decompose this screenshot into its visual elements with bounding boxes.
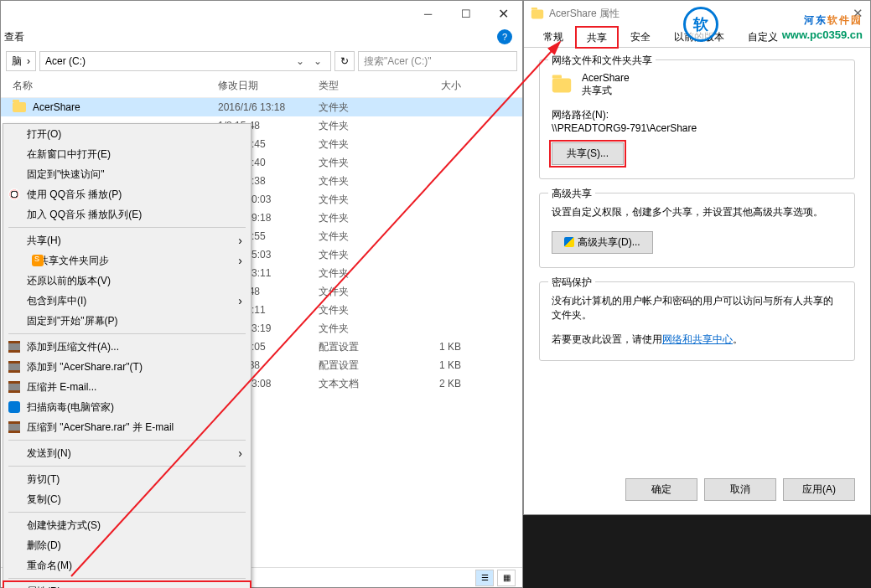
share-name: AcerShare bbox=[582, 72, 630, 84]
ctx-sync[interactable]: 共享文件夹同步 bbox=[3, 250, 251, 271]
tab-security[interactable]: 安全 bbox=[620, 26, 661, 47]
ctx-add-archive[interactable]: 添加到压缩文件(A)... bbox=[3, 337, 251, 357]
winrar-icon bbox=[8, 421, 20, 433]
shield-icon bbox=[564, 237, 574, 247]
watermark-url: www.pc0359.cn bbox=[782, 28, 863, 41]
share-button[interactable]: 共享(S)... bbox=[552, 142, 624, 165]
advanced-share-button[interactable]: 高级共享(D)... bbox=[552, 231, 653, 254]
tencent-icon bbox=[8, 401, 20, 413]
col-date[interactable]: 修改日期 bbox=[218, 79, 319, 93]
column-headers[interactable]: 名称 修改日期 类型 大小 bbox=[1, 75, 522, 98]
group-network-share: 网络文件和文件夹共享 AcerShare 共享式 网络路径(N): \\PREA… bbox=[539, 59, 855, 179]
advanced-share-desc: 设置自定义权限，创建多个共享，并设置其他高级共享选项。 bbox=[552, 205, 842, 219]
watermark: 软 河东软件园 www.pc0359.cn bbox=[782, 5, 863, 41]
folder-icon bbox=[552, 78, 571, 92]
ctx-pin-start[interactable]: 固定到"开始"屏幕(P) bbox=[3, 311, 251, 331]
ctx-prev-versions[interactable]: 还原以前的版本(V) bbox=[3, 271, 251, 291]
ctx-copy[interactable]: 复制(C) bbox=[3, 489, 251, 509]
group-title: 网络文件和文件夹共享 bbox=[548, 54, 656, 68]
group-title: 高级共享 bbox=[548, 187, 595, 201]
ctx-open[interactable]: 打开(O) bbox=[3, 124, 251, 144]
password-desc2: 若要更改此设置，请使用网络和共享中心。 bbox=[552, 333, 842, 347]
ctx-qq-play[interactable]: 使用 QQ音乐 播放(P) bbox=[3, 184, 251, 204]
ctx-include-library[interactable]: 包含到库中(I) bbox=[3, 291, 251, 311]
folder-icon bbox=[531, 10, 543, 19]
ctx-delete[interactable]: 删除(D) bbox=[3, 535, 251, 555]
ctx-compress-named-email[interactable]: 压缩到 "AcerShare.rar" 并 E-mail bbox=[3, 417, 251, 437]
ctx-add-archive-named[interactable]: 添加到 "AcerShare.rar"(T) bbox=[3, 357, 251, 377]
network-path: \\PREADTORG9-791\AcerShare bbox=[552, 122, 842, 134]
ctx-properties[interactable]: 属性(R) bbox=[3, 581, 251, 588]
winrar-icon bbox=[8, 381, 20, 393]
password-desc: 没有此计算机的用户帐户和密码的用户可以访问与所有人共享的文件夹。 bbox=[552, 294, 842, 322]
help-icon[interactable]: ? bbox=[497, 29, 512, 44]
view-tab[interactable]: 查看 bbox=[4, 30, 24, 44]
ctx-scan-virus[interactable]: 扫描病毒(电脑管家) bbox=[3, 397, 251, 417]
col-size[interactable]: 大小 bbox=[411, 79, 461, 93]
file-row-selected[interactable]: AcerShare 2016/1/6 13:18 文件夹 bbox=[1, 98, 522, 116]
titlebar: ─ ☐ ✕ bbox=[1, 1, 522, 26]
share-state: 共享式 bbox=[582, 84, 630, 98]
col-type[interactable]: 类型 bbox=[319, 79, 411, 93]
maximize-button[interactable]: ☐ bbox=[447, 2, 485, 25]
tab-share[interactable]: 共享 bbox=[576, 27, 618, 48]
properties-dialog: AcerShare 属性 ✕ 常规 共享 安全 以前的版本 自定义 网络文件和文… bbox=[523, 0, 871, 515]
ctx-open-new-window[interactable]: 在新窗口中打开(E) bbox=[3, 144, 251, 164]
ribbon-tabs: 查看 ? bbox=[1, 26, 522, 48]
ctx-rename[interactable]: 重命名(M) bbox=[3, 555, 251, 575]
close-button[interactable]: ✕ bbox=[485, 2, 522, 25]
folder-icon bbox=[13, 102, 26, 112]
dialog-footer: 确定 取消 应用(A) bbox=[625, 478, 855, 501]
col-name[interactable]: 名称 bbox=[13, 79, 218, 93]
apply-button[interactable]: 应用(A) bbox=[783, 478, 855, 501]
minimize-button[interactable]: ─ bbox=[409, 2, 447, 25]
qqmusic-icon bbox=[8, 188, 20, 200]
group-password-protect: 密码保护 没有此计算机的用户帐户和密码的用户可以访问与所有人共享的文件夹。 若要… bbox=[539, 281, 855, 361]
group-title: 密码保护 bbox=[548, 276, 595, 290]
ctx-send-to[interactable]: 发送到(N) bbox=[3, 443, 251, 463]
ok-button[interactable]: 确定 bbox=[625, 478, 697, 501]
address-bar: 脑› Acer (C:)⌄ ⌄ ↻ 搜索"Acer (C:)" bbox=[1, 48, 522, 75]
breadcrumb-drive[interactable]: Acer (C:)⌄ ⌄ bbox=[39, 51, 331, 71]
watermark-logo-icon: 软 bbox=[683, 7, 718, 42]
winrar-icon bbox=[8, 341, 20, 353]
cancel-button[interactable]: 取消 bbox=[704, 478, 776, 501]
ctx-pin-quick[interactable]: 固定到"快速访问" bbox=[3, 164, 251, 184]
ctx-compress-email[interactable]: 压缩并 E-mail... bbox=[3, 377, 251, 397]
view-icons-button[interactable]: ▦ bbox=[497, 570, 516, 586]
tab-general[interactable]: 常规 bbox=[532, 26, 574, 47]
breadcrumb-root[interactable]: 脑› bbox=[6, 51, 36, 71]
ctx-share[interactable]: 共享(H) bbox=[3, 230, 251, 250]
ctx-cut[interactable]: 剪切(T) bbox=[3, 469, 251, 489]
group-advanced-share: 高级共享 设置自定义权限，创建多个共享，并设置其他高级共享选项。 高级共享(D)… bbox=[539, 193, 855, 268]
context-menu: 打开(O) 在新窗口中打开(E) 固定到"快速访问" 使用 QQ音乐 播放(P)… bbox=[3, 123, 251, 588]
refresh-button[interactable]: ↻ bbox=[334, 51, 355, 71]
view-details-button[interactable]: ☰ bbox=[475, 570, 494, 586]
ctx-create-shortcut[interactable]: 创建快捷方式(S) bbox=[3, 515, 251, 535]
sync-icon bbox=[32, 255, 44, 266]
network-path-label: 网络路径(N): bbox=[552, 108, 842, 122]
winrar-icon bbox=[8, 361, 20, 373]
network-center-link[interactable]: 网络和共享中心 bbox=[662, 333, 733, 345]
properties-title: AcerShare 属性 bbox=[549, 7, 620, 21]
watermark-text: 河东软件园 bbox=[782, 5, 863, 28]
ctx-qq-queue[interactable]: 加入 QQ音乐 播放队列(E) bbox=[3, 204, 251, 224]
search-input[interactable]: 搜索"Acer (C:)" bbox=[358, 51, 517, 71]
